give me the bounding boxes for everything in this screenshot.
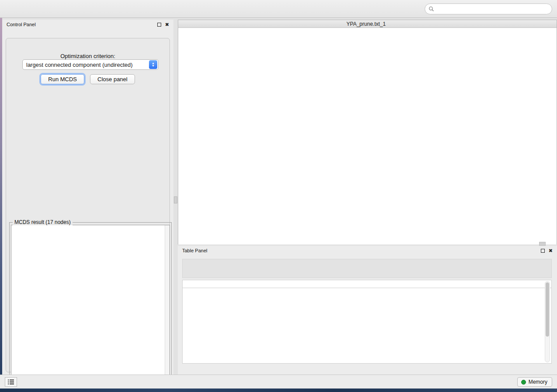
window-minimize-icon[interactable]	[191, 21, 197, 27]
search-icon	[429, 6, 434, 12]
float-table-panel-icon[interactable]	[541, 249, 545, 253]
main-toolbar	[0, 0, 557, 18]
application-workspace: Control Panel ✖ Optimization criterion: …	[2, 18, 557, 375]
desktop-wallpaper-bottom	[0, 389, 557, 392]
window-close-icon[interactable]	[183, 21, 188, 27]
table-header-row	[183, 280, 551, 288]
toolbar-search-area	[425, 3, 552, 14]
optimization-criterion-select[interactable]: largest connected component (undirected)…	[22, 59, 159, 70]
memory-status-icon	[521, 380, 526, 385]
float-panel-icon[interactable]	[157, 23, 161, 27]
table-scrollbar[interactable]	[545, 281, 550, 362]
close-panel-button[interactable]: Close panel	[90, 74, 135, 84]
mcds-result-list[interactable]	[11, 225, 170, 383]
optimization-criterion-value: largest connected component (undirected)	[23, 62, 149, 68]
search-input[interactable]	[437, 6, 548, 12]
window-zoom-icon[interactable]	[200, 21, 205, 27]
network-window-titlebar[interactable]: YPA_prune.txt_1	[178, 20, 557, 28]
table-panel-title: Table Panel	[182, 248, 208, 253]
run-mcds-button[interactable]: Run MCDS	[41, 74, 84, 84]
network-view-canvas[interactable]	[178, 28, 557, 244]
status-menu-button[interactable]	[5, 377, 17, 387]
horizontal-splitter-handle[interactable]	[539, 242, 546, 246]
status-bar: Memory	[0, 375, 557, 389]
mcds-list-scrollbar[interactable]	[165, 225, 170, 382]
mcds-result-group: MCDS result (17 nodes)	[9, 222, 172, 385]
close-panel-icon[interactable]: ✖	[165, 22, 169, 27]
table-panel: Table Panel ✖	[178, 246, 557, 375]
search-field[interactable]	[425, 3, 552, 14]
control-panel-title: Control Panel	[7, 22, 36, 27]
vertical-splitter[interactable]	[173, 20, 178, 375]
vertical-splitter-handle[interactable]	[174, 196, 177, 203]
table-toolbar	[182, 259, 552, 278]
node-table	[182, 280, 552, 364]
mcds-tab-content: Optimization criterion: largest connecte…	[6, 38, 170, 372]
network-window-title: YPA_prune.txt_1	[346, 21, 386, 27]
optimization-criterion-label: Optimization criterion:	[6, 53, 170, 59]
close-table-panel-icon[interactable]: ✖	[549, 248, 553, 253]
control-panel: Control Panel ✖ Optimization criterion: …	[2, 20, 173, 375]
memory-button[interactable]: Memory	[517, 377, 552, 387]
mcds-result-title: MCDS result (17 nodes)	[13, 219, 73, 225]
table-scrollbar-thumb[interactable]	[546, 282, 549, 337]
network-window: YPA_prune.txt_1	[178, 20, 557, 244]
list-icon	[7, 379, 14, 385]
select-stepper-icon: ▲▼	[149, 60, 157, 69]
memory-label: Memory	[529, 379, 547, 385]
